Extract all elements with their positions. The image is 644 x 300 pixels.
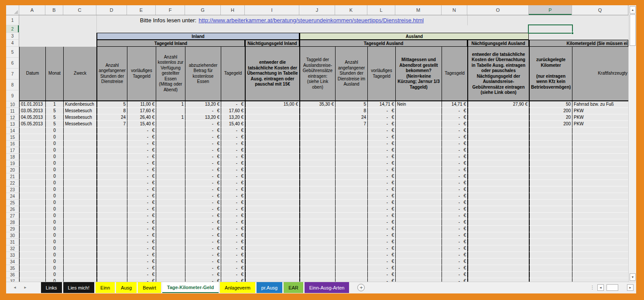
cell-O17[interactable] [467, 147, 529, 154]
table-header-C[interactable]: Zweck [63, 47, 96, 100]
cell-C36[interactable] [63, 272, 96, 278]
cell-G14[interactable]: - € [185, 128, 221, 134]
cell-L17[interactable]: - € [367, 147, 395, 154]
cell-Q12[interactable]: PKW [572, 114, 628, 121]
column-header-L[interactable]: L [367, 5, 395, 15]
cell-A24[interactable] [19, 193, 45, 200]
cell-J26[interactable] [299, 206, 335, 213]
cell-K24[interactable] [335, 193, 367, 200]
row-header-26[interactable]: 26 [6, 206, 19, 213]
cell-J17[interactable] [299, 147, 335, 154]
cell-M34[interactable] [395, 259, 442, 265]
row-header-10[interactable]: 10 [6, 101, 19, 108]
cell-J36[interactable] [299, 272, 335, 278]
cell-H26[interactable]: - € [221, 206, 245, 213]
cell-H32[interactable]: - € [221, 245, 245, 252]
table-header-I[interactable]: entweder die tatsächliche Kosten der Übe… [245, 47, 299, 100]
cell-K19[interactable] [335, 160, 367, 167]
row-header-25[interactable]: 25 [6, 200, 19, 206]
cell-E26[interactable]: - € [127, 206, 156, 213]
cell-F23[interactable] [156, 186, 185, 193]
cell-D22[interactable] [96, 180, 127, 186]
cell-D32[interactable] [96, 245, 127, 252]
cell-H34[interactable]: - € [221, 259, 245, 265]
cell-K26[interactable] [335, 206, 367, 213]
cell-C17[interactable] [63, 147, 96, 154]
cell-O19[interactable] [467, 160, 529, 167]
cell-H13[interactable]: 15,40 € [221, 121, 245, 128]
cell-H31[interactable]: - € [221, 239, 245, 245]
cell-Q21[interactable] [572, 173, 628, 180]
cell-D31[interactable] [96, 239, 127, 245]
column-header-J[interactable]: J [299, 5, 335, 15]
row-header-18[interactable]: 18 [6, 154, 19, 160]
cell-B25[interactable]: 0 [45, 200, 63, 206]
column-header-F[interactable]: F [156, 5, 185, 15]
cell-O21[interactable] [467, 173, 529, 180]
cell-Q11[interactable]: PKW [572, 108, 628, 114]
cell-O25[interactable] [467, 200, 529, 206]
cell-K34[interactable] [335, 259, 367, 265]
cell-O12[interactable] [467, 114, 529, 121]
cell-B35[interactable]: 0 [45, 265, 63, 272]
cell-B19[interactable]: 0 [45, 160, 63, 167]
cell-K13[interactable]: 7 [335, 121, 367, 128]
row-header-21[interactable]: 21 [6, 173, 19, 180]
cell-A16[interactable] [19, 141, 45, 147]
cell-E14[interactable]: - € [127, 128, 156, 134]
cell-J33[interactable] [299, 252, 335, 259]
row-header-19[interactable]: 19 [6, 160, 19, 167]
cell-F34[interactable] [156, 259, 185, 265]
cell-J32[interactable] [299, 245, 335, 252]
scroll-down-icon[interactable]: ▼ [630, 273, 636, 281]
cell-Q18[interactable] [572, 154, 628, 160]
cell-A20[interactable] [19, 167, 45, 173]
cell-O16[interactable] [467, 141, 529, 147]
cell-P13[interactable]: 200 [529, 121, 572, 128]
cell-P16[interactable] [529, 141, 572, 147]
cell-M29[interactable] [395, 226, 442, 232]
cell-H18[interactable]: - € [221, 154, 245, 160]
row-header-22[interactable]: 22 [6, 180, 19, 186]
scroll-left-icon[interactable]: ◄ [597, 284, 604, 291]
cell-N31[interactable]: - € [442, 239, 467, 245]
cell-D12[interactable]: 24 [96, 114, 127, 121]
row-header-5[interactable]: 5 [6, 47, 19, 58]
cell-Q13[interactable]: PKW [572, 121, 628, 128]
cell-G34[interactable]: - € [185, 259, 221, 265]
cell-K27[interactable] [335, 213, 367, 219]
cell-E18[interactable]: - € [127, 154, 156, 160]
cell-D24[interactable] [96, 193, 127, 200]
cell-K21[interactable] [335, 173, 367, 180]
cell-L22[interactable]: - € [367, 180, 395, 186]
table-header-L[interactable]: vorläufiges Tagegeld [367, 47, 395, 100]
cell-G15[interactable]: - € [185, 134, 221, 141]
cell-J30[interactable] [299, 232, 335, 239]
cell-I32[interactable] [245, 245, 299, 252]
cell-L23[interactable]: - € [367, 186, 395, 193]
cell-O37[interactable] [467, 278, 529, 282]
cell-P29[interactable] [529, 226, 572, 232]
cell-F37[interactable] [156, 278, 185, 282]
cell-Q14[interactable] [572, 128, 628, 134]
cell-E28[interactable]: - € [127, 219, 156, 226]
cell-D19[interactable] [96, 160, 127, 167]
sheet-tab-bewirt[interactable]: Bewirt [138, 282, 161, 293]
cell-A33[interactable] [19, 252, 45, 259]
fill-handle[interactable] [571, 32, 574, 34]
column-header-P[interactable]: P [529, 5, 572, 15]
cell-P26[interactable] [529, 206, 572, 213]
cell-O14[interactable] [467, 128, 529, 134]
cell-Q15[interactable] [572, 134, 628, 141]
add-sheet-button[interactable]: + [357, 284, 365, 291]
cell-A22[interactable] [19, 180, 45, 186]
cell-J27[interactable] [299, 213, 335, 219]
cell-K25[interactable] [335, 200, 367, 206]
cell-A32[interactable] [19, 245, 45, 252]
cell-A12[interactable]: 04.05.2013 [19, 114, 45, 121]
cell-G27[interactable]: - € [185, 213, 221, 219]
cell-P27[interactable] [529, 213, 572, 219]
cell-P35[interactable] [529, 265, 572, 272]
cell-C31[interactable] [63, 239, 96, 245]
row-header-20[interactable]: 20 [6, 167, 19, 173]
